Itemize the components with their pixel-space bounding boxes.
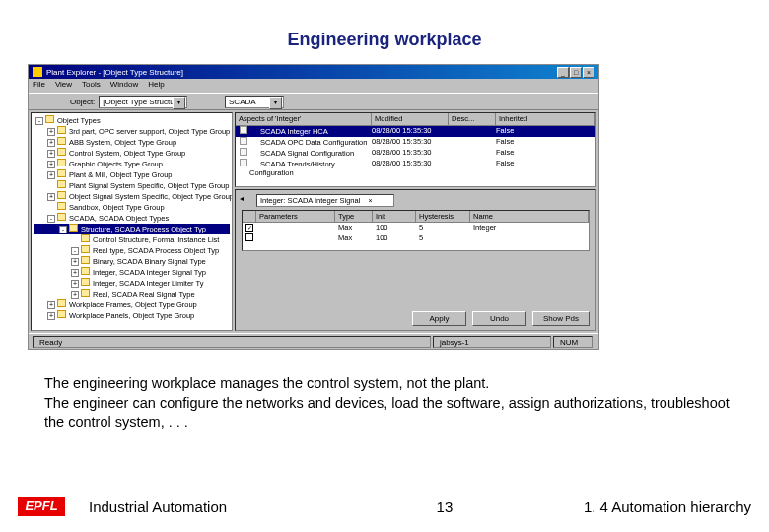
folder-icon (81, 256, 90, 264)
checkbox[interactable] (245, 233, 253, 241)
menu-view[interactable]: View (55, 80, 72, 92)
menu-tools[interactable]: Tools (82, 80, 101, 92)
slide-title: Engineering workplace (0, 30, 769, 50)
list-row[interactable]: SCADA Signal Configuration08/28/00 15:35… (236, 148, 595, 159)
tree-expand-icon[interactable]: - (59, 226, 67, 233)
tree-expand-icon[interactable]: + (47, 301, 55, 309)
slide-footer: EPFL Industrial Automation 13 1. 4 Autom… (0, 497, 769, 516)
folder-icon (57, 191, 66, 199)
tree-item[interactable]: +Object Signal System Specific, Object T… (34, 191, 230, 202)
props-nav-icon[interactable]: ◂ (239, 193, 252, 207)
workspace: -Object Types+3rd part, OPC server suppo… (29, 110, 598, 333)
aspects-list[interactable]: Aspects of 'Integer' Modified Desc... In… (235, 112, 596, 187)
props-tab[interactable]: Integer: SCADA Integer Signal × (256, 194, 394, 207)
folder-icon (57, 159, 66, 166)
statusbar: Ready jabsys-1 NUM (29, 333, 598, 349)
menu-window[interactable]: Window (110, 80, 138, 92)
tree-expand-icon[interactable]: + (71, 280, 79, 288)
folder-icon (69, 224, 78, 232)
tree-item[interactable]: +Real, SCADA Real Signal Type (34, 289, 230, 299)
tree-item[interactable]: +Integer, SCADA Integer Signal Typ (34, 267, 230, 278)
footer-left: Industrial Automation (89, 499, 306, 515)
tree-item[interactable]: Plant Signal System Specific, Object Typ… (34, 180, 230, 191)
maximize-button[interactable]: □ (570, 67, 582, 78)
tree-expand-icon[interactable]: + (71, 269, 79, 277)
tree-item[interactable]: +Plant & Mill, Object Type Group (34, 169, 230, 180)
tree-item[interactable]: +Graphic Objects Type Group (34, 159, 230, 169)
pcol-hysteresis: Hysteresis (416, 211, 470, 223)
pcol-type: Type (335, 211, 373, 223)
apply-button[interactable]: Apply (412, 311, 466, 326)
right-panel: Aspects of 'Integer' Modified Desc... In… (235, 112, 596, 331)
folder-icon (81, 234, 90, 242)
pcol-name: Name (470, 211, 589, 223)
list-row[interactable]: SCADA Integer HCA08/28/00 15:35:30False (236, 126, 595, 137)
tree-expand-icon[interactable]: + (47, 312, 55, 320)
tree-expand-icon[interactable]: + (47, 139, 55, 147)
tree-expand-icon[interactable]: - (47, 215, 55, 223)
tree-item[interactable]: +3rd part, OPC server support, Object Ty… (34, 126, 230, 137)
tree-expand-icon[interactable]: + (71, 291, 79, 299)
folder-icon (57, 213, 66, 221)
toolbar-scada-combo[interactable]: SCADA (225, 96, 284, 108)
tree-expand-icon[interactable]: - (35, 117, 43, 125)
tree-expand-icon[interactable]: + (71, 258, 79, 266)
props-row[interactable]: Max1005 (243, 233, 589, 244)
col-desc[interactable]: Desc... (449, 113, 496, 126)
app-window: Plant Explorer - [Object Type Structure]… (28, 64, 599, 350)
tree-item[interactable]: +ABB System, Object Type Group (34, 137, 230, 148)
showpds-button[interactable]: Show Pds (532, 311, 590, 326)
folder-icon (57, 202, 66, 210)
tree-expand-icon[interactable]: + (47, 150, 55, 158)
menubar: File View Tools Window Help (29, 79, 598, 93)
folder-icon (57, 299, 66, 307)
list-row[interactable]: SCADA OPC Data Configuration08/28/00 15:… (236, 137, 595, 148)
folder-icon (57, 137, 66, 145)
toolbar-back-icon[interactable] (33, 95, 46, 108)
menu-help[interactable]: Help (148, 80, 164, 92)
tree-item[interactable]: +Workplace Frames, Object Type Group (34, 299, 230, 310)
checkbox[interactable]: ✓ (245, 224, 253, 232)
epfl-logo: EPFL (18, 497, 65, 516)
toolbar: Object: [Object Type Structure] SCADA (29, 93, 598, 110)
props-table[interactable]: Parameters Type Init Hysteresis Name ✓Ma… (242, 210, 590, 251)
tree-expand-icon[interactable]: + (47, 193, 55, 201)
tree-item[interactable]: Control Structure, Formal Instance List (34, 234, 230, 245)
doc-icon (240, 148, 247, 156)
props-tab-close-icon[interactable]: × (368, 197, 372, 204)
tree-expand-icon[interactable]: + (47, 161, 55, 168)
folder-icon (57, 148, 66, 156)
folder-icon (57, 180, 66, 188)
footer-page-number: 13 (306, 499, 584, 515)
tree-item[interactable]: +Integer, SCADA Integer Limiter Ty (34, 278, 230, 289)
folder-icon (81, 289, 90, 297)
tree-item[interactable]: +Binary, SCADA Binary Signal Type (34, 256, 230, 267)
tree-item[interactable]: -SCADA, SCADA Object Types (34, 213, 230, 224)
tree-panel[interactable]: -Object Types+3rd part, OPC server suppo… (31, 112, 233, 331)
tree-item[interactable]: -Real type, SCADA Process Object Typ (34, 245, 230, 256)
tree-item[interactable]: -Structure, SCADA Process Object Typ (34, 224, 230, 234)
col-inherited[interactable]: Inherited (496, 113, 595, 126)
list-row[interactable]: SCADA Trends/History Configuration08/28/… (236, 159, 595, 169)
toolbar-btn-1[interactable] (288, 95, 302, 108)
minimize-button[interactable]: _ (557, 67, 569, 78)
props-row[interactable]: ✓Max1005Integer (243, 223, 589, 233)
close-button[interactable]: × (583, 67, 594, 78)
tree-expand-icon[interactable]: + (47, 128, 55, 136)
col-aspects[interactable]: Aspects of 'Integer' (236, 113, 372, 126)
toolbar-structure-combo[interactable]: [Object Type Structure] (99, 96, 187, 108)
tree-expand-icon[interactable]: + (47, 171, 55, 179)
toolbar-btn-2[interactable] (306, 95, 319, 108)
tree-item[interactable]: -Object Types (34, 115, 230, 126)
doc-icon (240, 137, 247, 145)
folder-icon (81, 278, 90, 286)
tree-item[interactable]: +Control System, Object Type Group (34, 148, 230, 159)
undo-button[interactable]: Undo (472, 311, 526, 326)
status-num: NUM (553, 336, 593, 348)
menu-file[interactable]: File (33, 80, 45, 92)
col-modified[interactable]: Modified (372, 113, 449, 126)
tree-item[interactable]: Sandbox, Object Type Group (34, 202, 230, 213)
tree-item[interactable]: +Workplace Panels, Object Type Group (34, 310, 230, 321)
tree-expand-icon[interactable]: - (71, 247, 79, 255)
toolbar-fwd-icon[interactable] (50, 95, 64, 108)
